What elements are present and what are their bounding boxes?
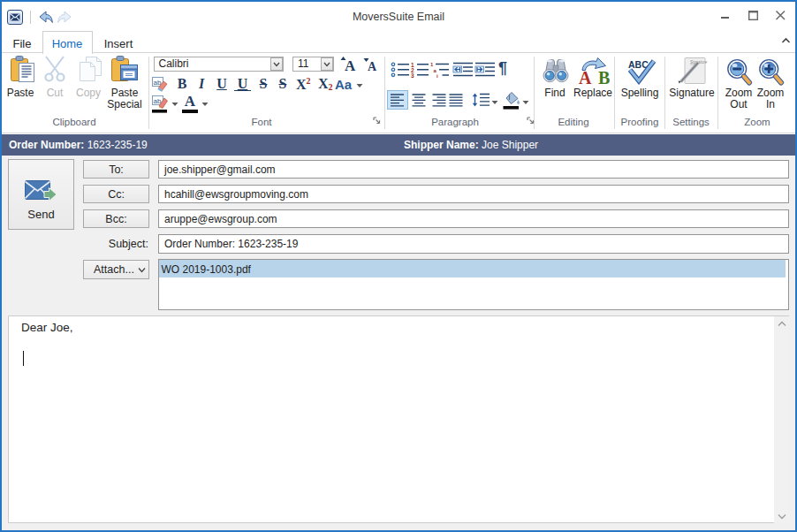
svg-text:i: i bbox=[436, 73, 438, 78]
svg-text:A: A bbox=[579, 68, 592, 85]
svg-text:A: A bbox=[368, 60, 377, 73]
svg-text:B: B bbox=[598, 68, 610, 85]
svg-text:a: a bbox=[433, 68, 436, 73]
svg-text:A: A bbox=[345, 57, 356, 73]
svg-text:3: 3 bbox=[411, 72, 414, 79]
svg-text:1: 1 bbox=[430, 62, 434, 67]
